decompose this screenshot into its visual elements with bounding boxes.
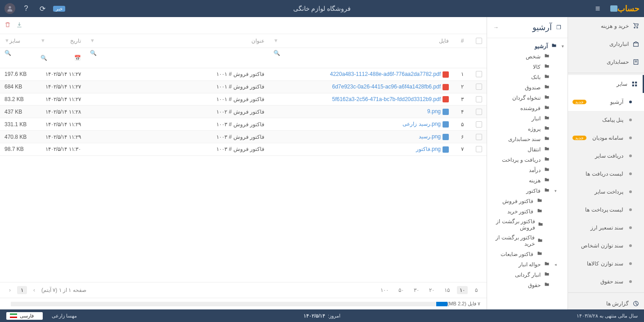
table-row[interactable]: ۶رسید.pngفاکتور فروش # ۱۰۰۳۱۴۰۲/۵/۱۴ ۱۱:… (0, 131, 487, 143)
sidebar-item[interactable]: دریافت سایر (568, 147, 644, 165)
sidebar-item[interactable]: سند حقوق (568, 273, 644, 291)
duplicate-icon[interactable]: ❐ (556, 24, 561, 31)
row-title: فاکتور فروش # ۱۰۰۲ (85, 106, 269, 118)
tree-item[interactable]: ◂حواله انبار (487, 259, 568, 269)
tree-item[interactable]: درآمد (487, 165, 568, 175)
page-size-option[interactable]: ۵۰ (396, 286, 407, 294)
file-link[interactable]: 5f6162a3-2c56-471a-bc7b-fdd20d3312b9.pdf (332, 96, 441, 102)
row-checkbox[interactable] (476, 84, 482, 90)
page-number: ۱ (17, 286, 27, 294)
file-filter-input[interactable] (273, 56, 449, 66)
row-checkbox[interactable] (476, 146, 482, 152)
file-link[interactable]: 4220a483-1112-488e-ad6f-776aa2da7782.pdf (330, 71, 441, 77)
sidebar-item[interactable]: لیست پرداخت ها (568, 201, 644, 219)
sidebar-item[interactable]: سند توازن کالاها (568, 255, 644, 273)
sidebar-item[interactable]: سند توازن اشخاص (568, 237, 644, 255)
sidebar-item[interactable]: سند تسعیر ارز (568, 219, 644, 237)
row-checkbox[interactable] (476, 121, 482, 128)
tree-item[interactable]: انبار گردانی (487, 269, 568, 280)
tree-item[interactable]: تنخواه گردان (487, 93, 568, 103)
page-size-option[interactable]: ۵ (472, 286, 480, 294)
next-page-button[interactable]: › (31, 286, 38, 294)
tree-item[interactable]: فاکتور برگشت از فروش (487, 216, 568, 233)
sidebar-item[interactable]: پرداخت سایر (568, 183, 644, 201)
table-row[interactable]: ۲6d7e923c-0a26-4415-ac96-a6f4a1428fb6.pd… (0, 80, 487, 93)
file-link[interactable]: رسید زارعی.png (402, 121, 441, 127)
tree-item[interactable]: ▾فاکتور (487, 185, 568, 196)
download-button[interactable] (16, 22, 22, 29)
row-checkbox[interactable] (476, 96, 482, 102)
page-size-option[interactable]: ۳۰ (411, 286, 422, 294)
col-date[interactable]: تاریخ▼ (36, 34, 85, 48)
folder-icon (536, 198, 542, 204)
col-number[interactable]: # (453, 34, 471, 48)
col-title[interactable]: عنوان▼ (85, 34, 269, 48)
table-row[interactable]: ۵رسید زارعی.pngفاکتور فروش # ۱۰۰۳۱۴۰۲/۵/… (0, 118, 487, 131)
tree-item[interactable]: بانک (487, 72, 568, 82)
sidebar-item[interactable]: سامانه مودیانجدید (568, 129, 644, 147)
tree-item[interactable]: دریافت و پرداخت (487, 154, 568, 165)
table-row[interactable]: ۷فاکتور.pngفاکتور فروش # ۱۰۰۳۱۴۰۲/۵/۱۴ ۱… (0, 143, 487, 155)
avatar[interactable] (4, 3, 15, 14)
sidebar-item[interactable]: گزارش ها (568, 295, 644, 309)
refresh-icon[interactable]: ⟳ (37, 3, 48, 14)
filter-icon[interactable]: ▼ (4, 38, 9, 43)
tree-item[interactable]: حقوق (487, 280, 568, 290)
row-checkbox[interactable] (476, 134, 482, 140)
news-badge[interactable]: خبر (53, 6, 65, 12)
page-size-option[interactable]: ۱۰ (457, 286, 468, 294)
tree-item[interactable]: صندوق (487, 82, 568, 93)
tree-item[interactable]: سند حسابداری (487, 134, 568, 144)
sidebar-item[interactable]: انبارداری (568, 35, 644, 53)
title-filter-input[interactable] (90, 56, 264, 66)
tree-item[interactable]: ▾آرشیو (487, 41, 568, 51)
file-link[interactable]: رسید.png (419, 133, 441, 140)
filter-icon[interactable]: ▼ (90, 38, 95, 43)
row-checkbox[interactable] (476, 71, 482, 77)
sidebar-item[interactable]: لیست دریافت ها (568, 165, 644, 183)
col-size[interactable]: سایز▼ (0, 34, 36, 48)
tree-item[interactable]: کالا (487, 62, 568, 72)
sidebar-item[interactable]: آرشیوجدید (568, 93, 644, 111)
table-row[interactable]: ۱4220a483-1112-488e-ad6f-776aa2da7782.pd… (0, 68, 487, 81)
sidebar-item[interactable]: سایر (568, 75, 644, 93)
tree-item[interactable]: هزینه (487, 175, 568, 185)
help-icon[interactable]: ? (21, 3, 31, 14)
filter-icon[interactable]: ▼ (273, 38, 278, 43)
delete-button[interactable] (4, 22, 11, 29)
col-file[interactable]: فایل▼ (269, 34, 453, 48)
tree-item[interactable]: فروشنده (487, 103, 568, 113)
size-filter-input[interactable] (4, 56, 31, 66)
sidebar-item-label: پرداخت سایر (595, 189, 623, 195)
page-size-option[interactable]: ۲۰ (426, 286, 437, 294)
logo[interactable]: حساب (608, 4, 640, 13)
prev-page-button[interactable]: ‹ (6, 286, 13, 294)
filter-icon[interactable]: ▼ (40, 38, 45, 43)
tree-item[interactable]: فاکتور برگشت از خرید (487, 233, 568, 249)
tree-item[interactable]: انبار (487, 113, 568, 124)
sidebar-item[interactable]: خرید و هزینه (568, 17, 644, 35)
menu-icon[interactable]: ≡ (592, 3, 603, 14)
select-all-checkbox[interactable] (476, 38, 482, 44)
file-link[interactable]: 9.png (427, 108, 441, 115)
tree-item[interactable]: انتقال (487, 144, 568, 154)
language-selector[interactable]: فارسی (6, 312, 43, 320)
tree-item[interactable]: فاکتور خرید (487, 206, 568, 216)
back-arrow-icon[interactable]: → (493, 24, 499, 31)
tree-item[interactable]: فاکتور ضایعات (487, 249, 568, 259)
row-checkbox[interactable] (476, 109, 482, 115)
table-row[interactable]: ۴9.pngفاکتور فروش # ۱۰۰۲۱۴۰۲/۵/۱۴ ۱۱:۲۸4… (0, 106, 487, 118)
page-size-option[interactable]: ۱۰۰ (378, 286, 391, 294)
file-link[interactable]: 6d7e923c-0a26-4415-ac96-a6f4a1428fb6.pdf (332, 84, 441, 90)
sidebar-item-label: لیست دریافت ها (586, 171, 623, 177)
tree-item[interactable]: پروژه (487, 124, 568, 134)
caret-icon: ◂ (552, 262, 557, 267)
sidebar-item[interactable]: پنل پیامک (568, 111, 644, 129)
page-size-option[interactable]: ۱۵ (442, 286, 452, 294)
tree-item[interactable]: شخص (487, 51, 568, 62)
tree-item[interactable]: فاکتور فروش (487, 196, 568, 206)
sidebar-item[interactable]: حسابداری (568, 53, 644, 71)
calendar-icon[interactable]: 📅 (74, 55, 81, 61)
file-link[interactable]: فاکتور.png (416, 146, 441, 152)
table-row[interactable]: ۳5f6162a3-2c56-471a-bc7b-fdd20d3312b9.pd… (0, 93, 487, 106)
